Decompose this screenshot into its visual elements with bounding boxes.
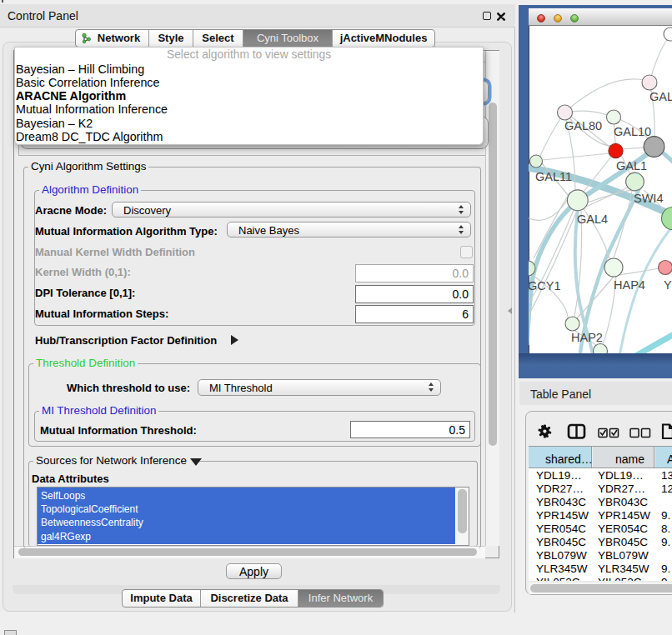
svg-text:YM: YM — [664, 278, 672, 292]
svg-text:GAL4: GAL4 — [577, 212, 608, 226]
svg-text:GAL7: GAL7 — [649, 90, 672, 103]
svg-text:GAL1: GAL1 — [616, 159, 647, 172]
svg-text:HAP4: HAP4 — [614, 278, 645, 292]
svg-text:SWI4: SWI4 — [634, 192, 663, 205]
svg-text:GAL80: GAL80 — [564, 119, 602, 132]
svg-text:GCY1: GCY1 — [529, 279, 561, 292]
svg-text:GAL11: GAL11 — [535, 170, 572, 183]
svg-text:HAP2: HAP2 — [571, 331, 603, 344]
svg-text:GAL10: GAL10 — [614, 125, 651, 138]
